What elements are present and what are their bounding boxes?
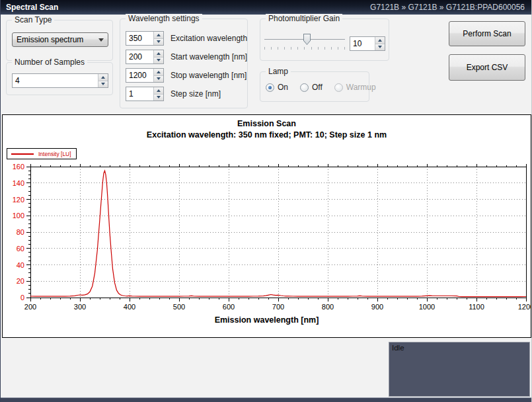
- svg-text:120: 120: [13, 196, 24, 204]
- pmt-gain-group: Photomultiplier Gain 10: [260, 19, 389, 61]
- num-samples-value: 4: [13, 74, 98, 87]
- scan-type-selected-value: Emission spectrum: [17, 35, 83, 44]
- lamp-group: Lamp On Off Warmup: [260, 71, 369, 102]
- spin-up-button[interactable]: [154, 69, 163, 75]
- spin-up-button[interactable]: [375, 37, 385, 44]
- svg-text:700: 700: [272, 303, 284, 311]
- step-size-spinner[interactable]: 1: [126, 87, 164, 101]
- svg-text:500: 500: [173, 303, 185, 311]
- num-samples-group-label: Number of Samples: [12, 58, 87, 67]
- num-samples-group: Number of Samples 4: [6, 62, 113, 95]
- spin-down-button[interactable]: [154, 38, 163, 46]
- svg-text:1000: 1000: [419, 303, 435, 311]
- svg-text:900: 900: [371, 303, 383, 311]
- svg-text:40: 40: [17, 261, 24, 269]
- num-samples-spinner[interactable]: 4: [12, 73, 108, 88]
- spin-up-button[interactable]: [98, 74, 108, 81]
- window-title: Spectral Scan: [6, 3, 58, 12]
- lamp-group-label: Lamp: [266, 67, 291, 76]
- status-log-box: Idle: [389, 342, 530, 397]
- svg-text:20: 20: [17, 277, 24, 285]
- wavelength-group-label: Wavelength settings: [126, 14, 202, 23]
- x-axis-title: Emission wavelength [nm]: [3, 315, 531, 325]
- lamp-warmup-label: Warmup: [346, 83, 376, 92]
- step-size-label: Step size [nm]: [171, 89, 221, 99]
- lamp-warmup-radio: Warmup: [334, 83, 376, 92]
- chart-panel: Emission Scan Excitation wavelength: 350…: [2, 114, 531, 338]
- pmt-gain-group-label: Photomultiplier Gain: [266, 14, 342, 23]
- spin-up-button[interactable]: [154, 50, 163, 57]
- pmt-gain-slider-ticks: [264, 47, 345, 50]
- svg-text:800: 800: [322, 303, 334, 311]
- svg-text:140: 140: [13, 179, 24, 187]
- status-text: Idle: [392, 344, 404, 352]
- radio-icon: [266, 83, 274, 92]
- spin-down-button[interactable]: [98, 81, 108, 88]
- stop-wavelength-label: Stop wavelength [nm]: [171, 71, 247, 80]
- export-csv-button[interactable]: Export CSV: [449, 54, 525, 81]
- spectral-scan-window: Spectral Scan G7121B » G7121B » G7121B:P…: [0, 0, 532, 402]
- stop-wavelength-value: 1200: [126, 69, 153, 82]
- start-wavelength-label: Start wavelength [nm]: [171, 52, 247, 61]
- svg-text:0: 0: [20, 294, 24, 302]
- start-wavelength-value: 200: [126, 50, 153, 63]
- scan-type-group: Scan Type Emission spectrum: [6, 20, 113, 61]
- excitation-wavelength-spinner[interactable]: 350: [126, 31, 164, 46]
- svg-text:160: 160: [13, 163, 24, 171]
- instrument-breadcrumb: G7121B » G7121B » G7121B:PPAD600056: [370, 3, 525, 12]
- lamp-off-label: Off: [312, 83, 323, 92]
- chevron-down-icon: [98, 38, 104, 42]
- svg-text:60: 60: [17, 245, 24, 253]
- scan-type-group-label: Scan Type: [12, 15, 54, 24]
- excitation-wavelength-value: 350: [126, 32, 153, 45]
- svg-text:1100: 1100: [469, 303, 484, 311]
- svg-text:200: 200: [24, 303, 36, 311]
- spin-up-button[interactable]: [154, 87, 163, 94]
- wavelength-settings-group: Wavelength settings 350 Excitation wavel…: [120, 19, 248, 108]
- spin-down-button[interactable]: [375, 44, 385, 51]
- radio-icon: [300, 83, 309, 92]
- lamp-on-label: On: [278, 83, 288, 92]
- svg-text:1200: 1200: [518, 303, 531, 311]
- perform-scan-button[interactable]: Perform Scan: [449, 21, 525, 46]
- pmt-gain-value: 10: [350, 37, 375, 50]
- start-wavelength-spinner[interactable]: 200: [126, 50, 164, 64]
- radio-icon: [334, 83, 343, 92]
- spin-up-button[interactable]: [154, 32, 163, 38]
- svg-text:300: 300: [74, 303, 86, 311]
- stop-wavelength-spinner[interactable]: 1200: [126, 68, 164, 83]
- svg-text:80: 80: [17, 228, 24, 236]
- lamp-on-radio[interactable]: On: [266, 83, 288, 92]
- lamp-off-radio[interactable]: Off: [300, 83, 323, 92]
- chart-svg: 2003004005006007008009001000110012000204…: [3, 115, 531, 337]
- pmt-gain-slider-thumb[interactable]: [303, 34, 311, 45]
- svg-text:600: 600: [223, 303, 235, 311]
- spin-down-button[interactable]: [154, 75, 163, 83]
- svg-text:100: 100: [13, 212, 24, 220]
- step-size-value: 1: [126, 87, 153, 100]
- title-bar: Spectral Scan G7121B » G7121B » G7121B:P…: [1, 0, 531, 15]
- bottom-bar: [1, 397, 532, 402]
- svg-text:400: 400: [124, 303, 135, 311]
- spin-down-button[interactable]: [154, 57, 163, 64]
- pmt-gain-spinner[interactable]: 10: [350, 36, 385, 51]
- spin-down-button[interactable]: [154, 94, 163, 101]
- excitation-wavelength-label: Excitation wavelength: [171, 34, 247, 43]
- scan-type-dropdown[interactable]: Emission spectrum: [12, 32, 108, 47]
